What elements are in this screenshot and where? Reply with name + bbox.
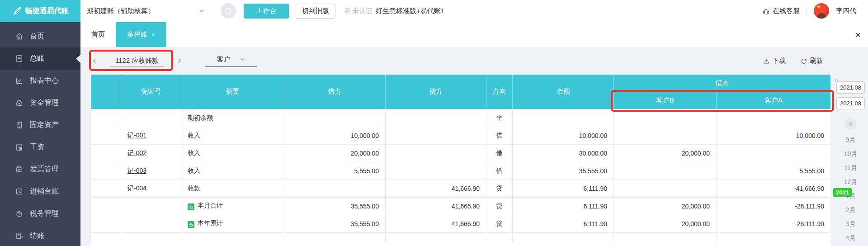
tab-bar: 首页 多栏账 × × bbox=[80, 22, 868, 47]
home-icon bbox=[15, 32, 24, 41]
tab-multicolumn-ledger[interactable]: 多栏账 × bbox=[116, 22, 166, 47]
sidebar-item-trade[interactable]: 进销台账 bbox=[0, 180, 80, 203]
sidebar-item-reports[interactable]: 报表中心 bbox=[0, 70, 80, 92]
sidebar-item-funds[interactable]: 资金管理 bbox=[0, 92, 80, 114]
month-item[interactable]: 3月 bbox=[833, 217, 868, 231]
cell-summary: 期初余额 bbox=[181, 109, 284, 127]
cell-balance: 10,000.00 bbox=[513, 127, 614, 144]
sidebar-item-invoice[interactable]: 发票管理 bbox=[0, 158, 80, 180]
sidebar-item-tax[interactable]: 税务管理 bbox=[0, 203, 80, 225]
sidebar-item-label: 总账 bbox=[30, 54, 44, 63]
online-service-button[interactable]: 在线客服 bbox=[762, 7, 800, 15]
cell-empty bbox=[91, 232, 121, 242]
table-row: 合本年累计35,555.0041,666.90贷6,111.9020,000.0… bbox=[91, 215, 831, 232]
cell-row-handle bbox=[91, 197, 121, 215]
account-selector-label: 1122 应收账款 bbox=[110, 57, 164, 66]
clipboard-icon bbox=[224, 7, 232, 15]
month-item[interactable]: 11月 bbox=[833, 161, 868, 175]
month-item[interactable]: 2月 bbox=[833, 203, 868, 217]
headset-icon bbox=[762, 7, 770, 15]
dimension-label: 客户 bbox=[217, 55, 230, 64]
online-service-label: 在线客服 bbox=[773, 7, 800, 15]
cell-row-handle bbox=[91, 109, 121, 127]
refresh-button[interactable]: 刷新 bbox=[800, 57, 823, 65]
sidebar-item-label: 固定资产 bbox=[30, 120, 59, 130]
top-bar: 畅捷通易代账 期初建账（辅助核算） 工作台 切到旧版 未认证 好生意标准版+易代… bbox=[0, 0, 868, 22]
sidebar-item-label: 税务管理 bbox=[30, 209, 59, 218]
account-set-dropdown[interactable]: 期初建账（辅助核算） bbox=[87, 7, 205, 15]
cell-voucher: 记-001 bbox=[121, 127, 181, 144]
close-icon[interactable]: × bbox=[855, 30, 861, 39]
avatar[interactable]: ★ bbox=[814, 3, 829, 19]
tab-home[interactable]: 首页 bbox=[80, 22, 116, 47]
download-button[interactable]: 下载 bbox=[763, 57, 786, 65]
col-header-balance[interactable]: 余额 bbox=[513, 75, 614, 109]
cell-row-handle bbox=[91, 215, 121, 232]
voucher-link[interactable]: 记-002 bbox=[127, 149, 146, 156]
tab-close-icon[interactable]: × bbox=[151, 31, 155, 38]
sub-header-customer-b[interactable]: 客户B bbox=[614, 92, 717, 109]
tax-icon bbox=[15, 209, 24, 218]
month-item[interactable]: 9月 bbox=[833, 133, 868, 147]
username[interactable]: 李四代 bbox=[836, 7, 856, 15]
cell-debit bbox=[284, 109, 386, 127]
cell-row-handle bbox=[91, 180, 121, 197]
sidebar-item-label: 进销台账 bbox=[30, 187, 59, 196]
brand-title: 畅捷通易代账 bbox=[25, 6, 69, 16]
cell-direction: 平 bbox=[486, 109, 513, 127]
cell-credit: 41,666.90 bbox=[386, 215, 486, 232]
period-box-end[interactable]: 2021.08 bbox=[836, 97, 865, 109]
col-header-credit[interactable]: 贷方 bbox=[386, 75, 486, 109]
col-header-debit[interactable]: 借方 bbox=[284, 75, 386, 109]
cell-voucher: 记-004 bbox=[121, 180, 181, 197]
sub-header-customer-a[interactable]: 客户A bbox=[717, 92, 831, 109]
cell-row-handle bbox=[91, 127, 121, 144]
sidebar-item-label: 发票管理 bbox=[30, 165, 59, 174]
cell-balance: 30,000.00 bbox=[513, 144, 614, 162]
cell-voucher: 记-002 bbox=[121, 144, 181, 162]
cell-direction: 借 bbox=[486, 144, 513, 162]
cell-empty bbox=[486, 232, 513, 242]
cell-customer-b bbox=[614, 180, 717, 197]
sidebar-item-assets[interactable]: 固定资产 bbox=[0, 114, 80, 136]
period-box-start[interactable]: 2021.08 bbox=[836, 81, 865, 94]
cell-empty bbox=[181, 232, 284, 242]
scroll-up-button[interactable] bbox=[844, 118, 857, 130]
cell-empty bbox=[513, 232, 614, 242]
closing-icon bbox=[15, 232, 24, 240]
sidebar-item-home[interactable]: 首页 bbox=[0, 25, 80, 47]
table-body: 期初余额平记-001收入10,000.00借10,000.0010,000.00… bbox=[91, 109, 831, 242]
dimension-dropdown[interactable]: 客户 bbox=[205, 55, 257, 67]
month-item[interactable]: 10月 bbox=[833, 147, 868, 161]
next-account-button[interactable] bbox=[176, 57, 183, 64]
chevron-down-icon bbox=[239, 56, 245, 62]
clipboard-button[interactable] bbox=[221, 3, 236, 19]
prev-account-button[interactable] bbox=[91, 57, 98, 64]
sidebar-item-salary[interactable]: 工资 bbox=[0, 136, 80, 158]
cell-credit bbox=[386, 127, 486, 144]
col-header-direction[interactable]: 方向 bbox=[486, 75, 513, 109]
col-header-voucher[interactable]: 凭证号 bbox=[121, 75, 181, 109]
account-selector[interactable]: 1122 应收账款 bbox=[110, 57, 164, 65]
cell-balance: 6,111.90 bbox=[513, 215, 614, 232]
table-row: 记-003收入5,555.00借35,555.005,555.00 bbox=[91, 162, 831, 180]
voucher-link[interactable]: 记-004 bbox=[127, 184, 146, 192]
workbench-button[interactable]: 工作台 bbox=[244, 4, 289, 19]
certification-label: 未认证 bbox=[352, 7, 373, 15]
refresh-label: 刷新 bbox=[810, 57, 823, 65]
chevron-down-icon bbox=[198, 7, 205, 14]
month-item[interactable]: 4月 bbox=[833, 231, 868, 245]
voucher-link[interactable]: 记-001 bbox=[127, 132, 146, 139]
sidebar-item-ledger[interactable]: 总账 bbox=[0, 47, 80, 70]
group-header-debit[interactable]: 借方 bbox=[614, 75, 831, 92]
switch-old-version-button[interactable]: 切到旧版 bbox=[296, 4, 335, 19]
sidebar-item-closing[interactable]: 结账 bbox=[0, 225, 80, 246]
month-item[interactable]: 12月 bbox=[833, 175, 868, 189]
voucher-link[interactable]: 记-003 bbox=[127, 167, 146, 174]
year-badge: 2021 bbox=[833, 188, 852, 197]
ledger-icon bbox=[15, 54, 24, 63]
cell-credit bbox=[386, 109, 486, 127]
sidebar-item-label: 工资 bbox=[30, 142, 44, 152]
col-header-summary[interactable]: 摘要 bbox=[181, 75, 284, 109]
sidebar-collapse-arrow-icon[interactable] bbox=[76, 55, 80, 63]
